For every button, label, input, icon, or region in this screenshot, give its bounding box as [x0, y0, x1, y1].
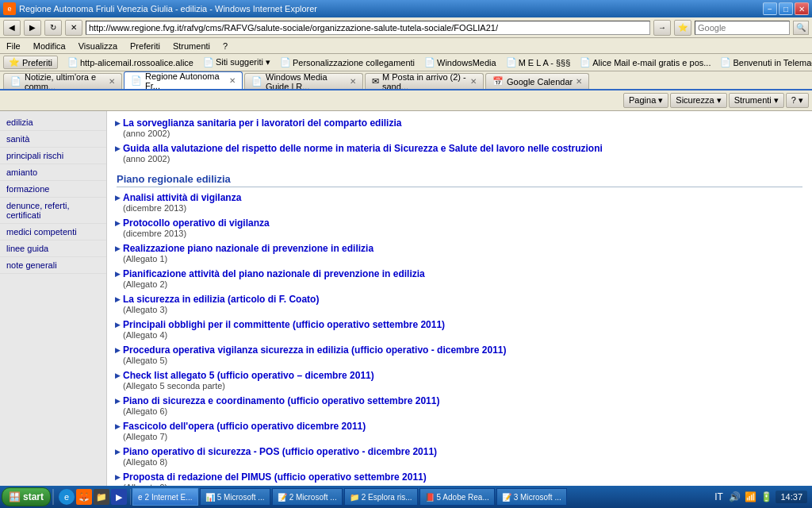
titlebar: e Regione Autonoma Friuli Venezia Giulia…	[0, 0, 812, 17]
tab-notizie[interactable]: 📄 Notizie, ultim'ora e comm... ✕	[3, 73, 122, 89]
search-button[interactable]: 🔍	[793, 21, 809, 35]
page-icon-6: 📄	[580, 57, 591, 67]
tab-icon-wm: 📄	[251, 76, 262, 87]
forward-button[interactable]: ▶	[24, 20, 41, 36]
doc-link-analisi[interactable]: Analisi attività di vigilanza	[123, 192, 241, 203]
taskbar-icon-2: 📝	[278, 493, 287, 502]
taskbar-item-3[interactable]: 📁 2 Esplora ris...	[344, 488, 418, 506]
doc-link-pimus[interactable]: Proposta di redazione del PIMUS (ufficio…	[123, 471, 427, 483]
doc-link-guida[interactable]: Guida alla valutazione del rispetto dell…	[123, 143, 603, 154]
taskbar-item-2[interactable]: 📝 2 Microsoft ...	[272, 488, 343, 506]
sidebar-item-principali[interactable]: principali rischi	[0, 148, 106, 164]
doc-sub-checklist: (Allegato 5 seconda parte)	[123, 381, 802, 391]
tab-calendar[interactable]: 📅 Google Calendar ✕	[485, 73, 589, 89]
fav-alice-mail[interactable]: 📄http-alicemail.rossoalice.alice	[64, 56, 197, 68]
titlebar-left: e Regione Autonoma Friuli Venezia Giulia…	[3, 2, 317, 15]
firefox-quick-launch[interactable]: 🦊	[76, 489, 92, 505]
tab-close-notizie[interactable]: ✕	[109, 77, 115, 86]
page-icon-5: 📄	[506, 57, 517, 67]
ie-quick-launch[interactable]: e	[59, 489, 75, 505]
menu-preferiti[interactable]: Preferiti	[127, 40, 163, 52]
system-clock: 14:37	[776, 491, 807, 503]
doc-link-fascicolo[interactable]: Fascicolo dell'opera (ufficio operativo …	[123, 421, 366, 432]
doc-link-protocollo[interactable]: Protocollo operativo di vigilanza	[123, 217, 270, 229]
sidebar-item-denunce[interactable]: denunce, referti, certificati	[0, 198, 106, 224]
start-icon: 🪟	[9, 491, 21, 502]
go-button[interactable]: →	[653, 20, 671, 36]
page-icon-4: 📄	[424, 57, 435, 67]
fav-telemaco[interactable]: 📄Benvenuti in Telemaco	[717, 56, 812, 68]
media-quick-launch[interactable]: ▶	[111, 489, 127, 505]
address-input[interactable]	[86, 21, 650, 35]
sidebar-item-sanita[interactable]: sanità	[0, 131, 106, 148]
menu-help[interactable]: ?	[220, 40, 231, 52]
sidebar-item-note[interactable]: note generali	[0, 257, 106, 274]
doc-link-procedura[interactable]: Procedura operativa vigilanza sicurezza …	[123, 344, 507, 356]
content-area[interactable]: La sorveglianza sanitaria per i lavorato…	[107, 111, 812, 492]
network-icon: 🔊	[728, 491, 741, 503]
doc-link-sorveglianza[interactable]: La sorveglianza sanitaria per i lavorato…	[123, 117, 401, 129]
menu-modifica[interactable]: Modifica	[30, 40, 69, 52]
language-indicator[interactable]: IT	[712, 491, 725, 503]
tab-regione[interactable]: 📄 Regione Autonoma Fr... ✕	[124, 71, 243, 89]
tools-button[interactable]: Strumenti ▾	[729, 93, 784, 108]
doc-link-checklist[interactable]: Check list allegato 5 (ufficio operativo…	[123, 370, 374, 381]
tab-close-posta[interactable]: ✕	[470, 77, 477, 86]
maximize-button[interactable]: □	[779, 2, 793, 15]
toolbar: Pagina ▾ Sicurezza ▾ Strumenti ▾ ? ▾	[0, 90, 812, 111]
doc-sub-sicurezza: (Allegato 3)	[123, 305, 802, 314]
minimize-button[interactable]: −	[763, 2, 777, 15]
sidebar-item-amianto[interactable]: amianto	[0, 164, 106, 181]
favorites-star[interactable]: ⭐	[674, 20, 691, 36]
close-button[interactable]: ✕	[795, 2, 809, 15]
doc-link-pos[interactable]: Piano operativo di sicurezza - POS (uffi…	[123, 446, 437, 457]
search-input[interactable]	[695, 21, 790, 35]
taskbar-item-5[interactable]: 📝 3 Microsoft ...	[496, 488, 567, 506]
doc-item-sicurezza: La sicurezza in edilizia (articolo di F.…	[117, 294, 802, 314]
sidebar-item-linee[interactable]: linee guida	[0, 241, 106, 257]
tab-label-posta: M Posta in arrivo (2) - sand...	[382, 73, 467, 89]
sidebar-item-medici[interactable]: medici competenti	[0, 224, 106, 241]
menu-file[interactable]: File	[3, 40, 24, 52]
tab-close-wm[interactable]: ✕	[350, 77, 356, 86]
folder-quick-launch[interactable]: 📁	[94, 489, 109, 505]
tab-close-regione[interactable]: ✕	[229, 76, 236, 85]
tab-posta[interactable]: ✉ M Posta in arrivo (2) - sand... ✕	[365, 73, 484, 89]
fav-mela[interactable]: 📄M E L A - §§§	[503, 56, 574, 68]
tab-icon-calendar: 📅	[492, 76, 504, 87]
fav-siti-suggeriti[interactable]: 📄Siti suggeriti ▾	[200, 56, 274, 68]
fav-windowsmedia[interactable]: 📄WindowsMedia	[421, 56, 500, 68]
doc-item-analisi: Analisi attività di vigilanza (dicembre …	[117, 192, 802, 213]
back-button[interactable]: ◀	[3, 20, 21, 36]
doc-link-piano-sic[interactable]: Piano di sicurezza e coordinamento (uffi…	[123, 395, 439, 406]
stop-button[interactable]: ✕	[65, 20, 82, 36]
section-piano: Piano regionale edilizia	[117, 173, 802, 187]
sidebar: edilizia sanità principali rischi amiant…	[0, 111, 107, 492]
doc-link-obblighi[interactable]: Principali obblighi per il committente (…	[123, 319, 445, 330]
help-button[interactable]: ? ▾	[786, 93, 809, 108]
security-button[interactable]: Sicurezza ▾	[670, 93, 726, 108]
sidebar-item-formazione[interactable]: formazione	[0, 181, 106, 198]
favorites-button[interactable]: ⭐ Preferiti	[3, 56, 58, 69]
menu-visualizza[interactable]: Visualizza	[75, 40, 121, 52]
fav-alicemail2[interactable]: 📄Alice Mail e-mail gratis e pos...	[576, 56, 714, 68]
taskbar-item-1[interactable]: 📊 5 Microsoft ...	[200, 488, 270, 506]
tab-close-calendar[interactable]: ✕	[576, 77, 582, 86]
doc-item-procedura: Procedura operativa vigilanza sicurezza …	[117, 344, 802, 365]
refresh-button[interactable]: ↻	[44, 20, 62, 36]
taskbar-item-0[interactable]: e 2 Internet E...	[132, 488, 198, 506]
doc-link-pianificazione[interactable]: Pianificazione attività del piano nazion…	[123, 268, 425, 279]
titlebar-title: Regione Autonoma Friuli Venezia Giulia -…	[19, 4, 317, 13]
doc-link-realizzazione[interactable]: Realizzazione piano nazionale di prevenz…	[123, 243, 373, 254]
taskbar-item-4[interactable]: 📕 5 Adobe Rea...	[419, 488, 495, 506]
doc-sub-protocollo: (dicembre 2013)	[123, 229, 802, 238]
fav-personalizzazione[interactable]: 📄Personalizzazione collegamenti	[277, 56, 418, 68]
start-button[interactable]: 🪟 start	[2, 487, 51, 506]
page-button[interactable]: Pagina ▾	[623, 93, 668, 108]
page-icon: 📄	[67, 57, 79, 67]
page-icon-3: 📄	[280, 57, 291, 67]
tab-windowsmedia[interactable]: 📄 Windows Media Guide | R... ✕	[244, 73, 363, 89]
sidebar-item-edilizia[interactable]: edilizia	[0, 114, 106, 131]
menu-strumenti[interactable]: Strumenti	[170, 40, 213, 52]
doc-link-sicurezza[interactable]: La sicurezza in edilizia (articolo di F.…	[123, 294, 319, 305]
